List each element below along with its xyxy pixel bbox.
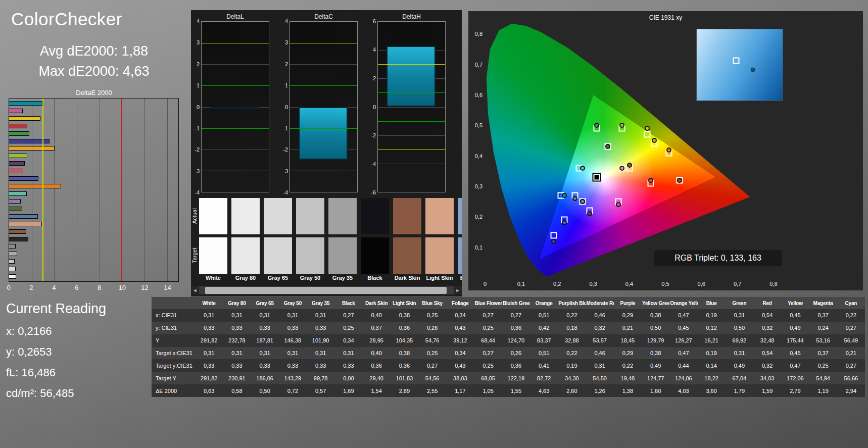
table-cell: 1,54 <box>363 384 391 397</box>
table-cell: 34,03 <box>753 372 781 384</box>
table-cell: 69,92 <box>726 334 753 347</box>
patch-actual-light-skin[interactable] <box>425 198 454 234</box>
table-cell: 54,56 <box>418 372 446 384</box>
patch-actual-black[interactable] <box>361 198 389 234</box>
table-row: Target Y291,82230,91186,06143,2999,780,0… <box>152 372 865 384</box>
table-cell: 0,27 <box>837 359 865 372</box>
table-cell: 0,25 <box>809 359 837 372</box>
axis-tick-label: -4 <box>371 161 376 167</box>
patch-target-dark-skin[interactable] <box>393 237 421 274</box>
patch-row-label-target: Target <box>191 237 199 274</box>
column-header: Yellow Green <box>642 297 669 309</box>
scrollbar-track[interactable] <box>199 286 454 294</box>
gridline <box>202 64 269 65</box>
column-header: White <box>195 297 223 309</box>
bar-gray-50 <box>9 252 17 256</box>
gridline <box>378 107 445 108</box>
axis-tick-label: -2 <box>283 146 288 153</box>
column-header: Red <box>753 297 781 309</box>
deltaL-plot <box>201 21 269 192</box>
bar-white <box>9 274 16 279</box>
axis-tick-label: 0 <box>484 281 487 287</box>
patch-target-gray-80[interactable] <box>231 237 260 274</box>
table-cell: 0,32 <box>586 322 614 334</box>
patch-actual-gray-50[interactable] <box>296 198 324 234</box>
row-label: ΔE 2000 <box>152 384 195 397</box>
table-cell: 0,41 <box>530 359 558 372</box>
table-cell: 0,51 <box>530 347 558 360</box>
axis-tick-label: 0,5 <box>661 281 669 287</box>
axis-tick-label: 0,3 <box>469 183 483 189</box>
column-header: Gray 80 <box>223 297 251 309</box>
table-cell: 0,32 <box>753 359 781 372</box>
table-cell: 0,38 <box>642 309 669 322</box>
measured-marker <box>580 166 585 171</box>
patch-actual-gray-65[interactable] <box>264 198 292 234</box>
axis-tick-label: -6 <box>371 189 376 195</box>
table-cell: 53,16 <box>809 334 837 347</box>
table-cell: 0,50 <box>642 322 669 334</box>
table-cell: 0,29 <box>614 309 642 322</box>
patch-actual-gray-80[interactable] <box>231 198 260 234</box>
patch-target-white[interactable] <box>199 237 227 274</box>
patch-target-light-skin[interactable] <box>425 237 454 274</box>
table-cell: 0,33 <box>251 322 279 334</box>
measured-marker <box>627 163 632 168</box>
scrollbar-thumb[interactable] <box>205 287 447 294</box>
table-cell: 0,34 <box>334 334 362 347</box>
patch-target-blue-sky[interactable] <box>458 237 462 274</box>
table-cell: 0,36 <box>391 359 418 372</box>
patch-target-gray-50[interactable] <box>296 237 324 274</box>
table-cell: 0,31 <box>307 309 334 322</box>
delta-charts-panel: DeltaL DeltaC DeltaH 43210-1-2-3-4 43210… <box>191 10 462 296</box>
measured-marker <box>677 178 682 183</box>
table-cell: 0,45 <box>781 347 809 360</box>
bar-green <box>9 131 29 136</box>
inset-target-marker <box>733 58 740 64</box>
table-cell: 0,49 <box>726 359 753 372</box>
deltae2000-chart-title: DeltaE 2000 <box>8 89 180 97</box>
patch-actual-dark-skin[interactable] <box>393 198 421 234</box>
bar-gray-65 <box>9 259 15 264</box>
table-cell: 101,83 <box>391 372 418 384</box>
table-cell: 0,40 <box>363 347 391 360</box>
table-cell: 38,03 <box>446 372 474 384</box>
patch-target-gray-35[interactable] <box>328 237 357 274</box>
table-cell: 18,45 <box>614 334 642 347</box>
patch-actual-blue-sky[interactable] <box>458 198 462 234</box>
column-header: Foliage <box>446 297 474 309</box>
reference-line <box>378 64 445 65</box>
patch-target-black[interactable] <box>361 237 389 274</box>
table-cell: 0,36 <box>363 359 391 372</box>
table-cell: 1,38 <box>614 384 642 397</box>
table-cell: 0,27 <box>418 359 446 372</box>
scroll-left-icon[interactable]: ◄ <box>191 286 199 294</box>
axis-tick-label: 4 <box>197 18 200 24</box>
reading-y: y: 0,2653 <box>6 341 106 362</box>
bar-orange <box>9 184 61 188</box>
patch-scrollbar[interactable]: ◄ ► <box>191 286 462 294</box>
patch-target-gray-65[interactable] <box>264 237 292 274</box>
patch-actual-gray-35[interactable] <box>328 198 357 234</box>
patch-label-dark-skin: Dark Skin <box>393 275 421 281</box>
measured-marker <box>645 126 650 131</box>
table-cell: 0,50 <box>726 322 753 334</box>
table-cell: 2,89 <box>391 384 418 397</box>
patch-actual-white[interactable] <box>199 198 227 234</box>
table-cell: 0,19 <box>698 309 726 322</box>
deltae-plot <box>9 98 179 282</box>
table-cell: 0,12 <box>698 322 726 334</box>
table-cell: 3,60 <box>698 384 726 397</box>
table-cell: 0,38 <box>391 347 418 360</box>
scroll-right-icon[interactable]: ► <box>454 286 462 294</box>
measured-marker <box>648 178 653 183</box>
table-cell: 0,45 <box>669 322 697 334</box>
table-cell: 0,42 <box>530 322 558 334</box>
patch-label-white: White <box>199 275 227 281</box>
table-cell: 0,31 <box>279 309 307 322</box>
table-cell: 124,06 <box>669 372 697 384</box>
table-cell: 0,18 <box>558 322 586 334</box>
table-cell: 0,25 <box>474 322 502 334</box>
gridline <box>290 64 357 65</box>
table-cell: 0,72 <box>279 384 307 397</box>
